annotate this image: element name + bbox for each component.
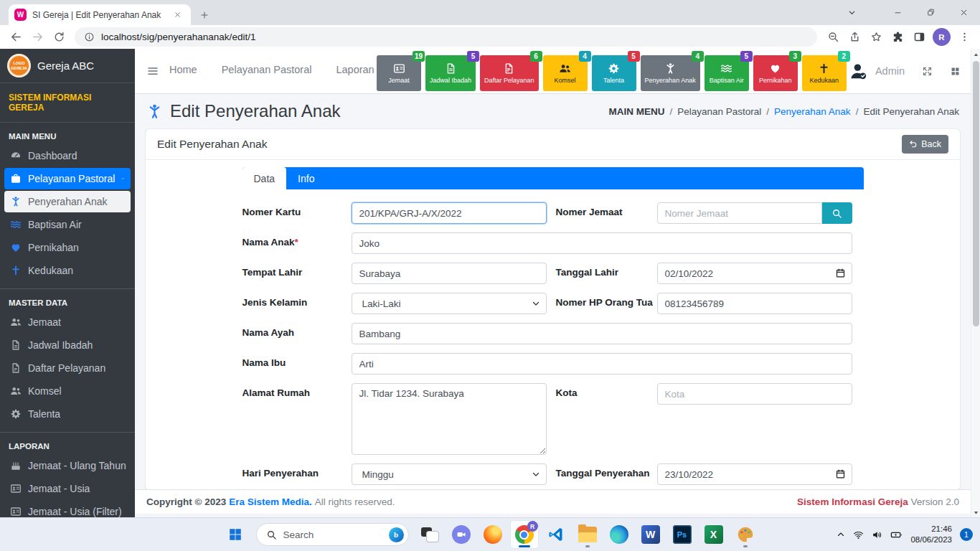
- fullscreen-icon[interactable]: [922, 66, 933, 77]
- scroll-up-icon[interactable]: [971, 50, 980, 60]
- app-shortcut-kedukaan[interactable]: Kedukaan 2: [802, 55, 847, 91]
- tab-close-icon[interactable]: [169, 7, 185, 23]
- excel-button[interactable]: X: [699, 520, 728, 549]
- kota-input[interactable]: [657, 383, 852, 405]
- firefox-button[interactable]: [479, 520, 507, 549]
- window-restore-button[interactable]: [914, 0, 947, 25]
- browser-menu-icon[interactable]: [954, 27, 974, 47]
- tempat-lahir-input[interactable]: [352, 263, 547, 284]
- teams-chat-button[interactable]: [447, 520, 476, 549]
- forward-icon[interactable]: [27, 27, 47, 47]
- extensions-icon[interactable]: [887, 27, 908, 47]
- sidebar-item-jemaat-usia[interactable]: Jemaat - Usia: [4, 478, 131, 499]
- tanggal-lahir-input[interactable]: [657, 263, 852, 284]
- app-shortcut-penyerahan-anak[interactable]: Penyerahan Anak 4: [641, 55, 700, 91]
- wifi-icon[interactable]: [853, 529, 864, 540]
- new-tab-button[interactable]: [197, 7, 212, 23]
- sidebar-item-penyerahan-anak[interactable]: Penyerahan Anak: [4, 191, 131, 212]
- company-link[interactable]: Era Sistem Media.: [229, 496, 312, 507]
- nav-link-home[interactable]: Home: [169, 64, 197, 75]
- sidebar-item-jemaat-ulang-tahun[interactable]: Jemaat - Ulang Tahun: [4, 455, 131, 476]
- nomer-hp-input[interactable]: [657, 293, 852, 314]
- refresh-icon[interactable]: [49, 27, 69, 47]
- search-jemaat-button[interactable]: [822, 202, 852, 224]
- notification-badge[interactable]: 1: [960, 528, 973, 541]
- url-bar[interactable]: localhost/sig/penyerahananak/edit/1: [75, 27, 817, 47]
- undo-icon: [909, 140, 918, 149]
- app-shortcut-jemaat[interactable]: Jemaat 19: [377, 55, 421, 91]
- hamburger-icon[interactable]: [146, 65, 159, 77]
- app-shortcut-jadwal-ibadah[interactable]: Jadwal Ibadah 5: [425, 55, 476, 91]
- sidebar-item-kedukaan[interactable]: Kedukaan: [4, 260, 131, 281]
- hari-penyerahan-select[interactable]: Minggu: [352, 463, 547, 485]
- nama-anak-input[interactable]: [352, 232, 852, 254]
- page-scrollbar[interactable]: [971, 49, 980, 518]
- scrollbar-thumb[interactable]: [973, 61, 979, 326]
- nama-ayah-input[interactable]: [352, 323, 852, 344]
- chevron-down-icon: [121, 174, 125, 183]
- browser-profile-avatar[interactable]: R: [933, 28, 951, 46]
- vscode-button[interactable]: [542, 520, 570, 549]
- jenis-kelamin-select[interactable]: Laki-Laki: [352, 293, 547, 314]
- chrome-button[interactable]: R: [510, 520, 539, 549]
- app-shortcut-komsel[interactable]: Komsel 4: [543, 55, 588, 91]
- volume-icon[interactable]: [872, 529, 882, 540]
- sidebar-item-pernikahan[interactable]: Pernikahan: [4, 237, 131, 258]
- user-avatar-icon[interactable]: [849, 62, 868, 81]
- sidebar-item-jemaat[interactable]: Jemaat: [4, 311, 131, 333]
- task-view-button[interactable]: [415, 520, 444, 549]
- sidebar-item-jadwal-ibadah[interactable]: Jadwal Ibadah: [4, 334, 131, 356]
- alamat-rumah-textarea[interactable]: Jl. Tidar 1234. Surabaya: [352, 383, 547, 455]
- site-info-icon[interactable]: [84, 32, 95, 42]
- bookmark-star-icon[interactable]: [866, 27, 886, 47]
- sidebar-brand[interactable]: LOGO GEREJA Gereja ABC: [0, 49, 135, 83]
- breadcrumb-item-penyerahan-anak[interactable]: Penyerahan Anak: [774, 106, 851, 117]
- child-icon: [664, 62, 677, 75]
- app-shortcut-talenta[interactable]: Talenta 5: [592, 55, 636, 91]
- sidebar-item-dashboard[interactable]: Dashboard: [4, 145, 131, 166]
- sidebar-item-pelayanan-pastoral[interactable]: Pelayanan Pastoral: [4, 168, 131, 189]
- edge-button[interactable]: [605, 520, 633, 549]
- scroll-down-icon[interactable]: [971, 507, 980, 517]
- grid-menu-icon[interactable]: [950, 66, 961, 77]
- sidebar-item-daftar-pelayanan[interactable]: Daftar Pelayanan: [4, 357, 131, 379]
- share-icon[interactable]: [844, 27, 864, 47]
- app-shortcut-badge: 19: [413, 51, 425, 62]
- photoshop-button[interactable]: Ps: [668, 520, 697, 549]
- window-close-button[interactable]: [947, 0, 980, 25]
- tray-chevron-up-icon[interactable]: [837, 530, 845, 539]
- browser-tab[interactable]: W SI Gereja | Edit Penyerahan Anak: [9, 4, 191, 25]
- file-explorer-button[interactable]: [573, 520, 602, 549]
- word-button[interactable]: W: [636, 520, 665, 549]
- sidebar-item-talenta[interactable]: Talenta: [4, 403, 131, 425]
- form-row: Alamat Rumah Jl. Tidar 1234. Surabaya Ko…: [242, 383, 864, 455]
- battery-icon[interactable]: [890, 529, 903, 541]
- tab-data[interactable]: Data: [242, 167, 287, 189]
- nomer-jemaat-input[interactable]: [657, 202, 822, 224]
- app-shortcut-pernikahan[interactable]: Pernikahan 3: [753, 55, 798, 91]
- nav-link-pelayanan-pastoral[interactable]: Pelayanan Pastoral: [222, 64, 312, 75]
- sidebar-item-label: Jemaat: [28, 316, 61, 328]
- nav-link-laporan[interactable]: Laporan: [336, 64, 374, 75]
- app-shortcut-baptisan-air[interactable]: Baptisan Air 5: [705, 55, 749, 91]
- tanggal-penyerahan-input[interactable]: [657, 463, 852, 485]
- nama-ibu-input[interactable]: [352, 353, 852, 375]
- windows-start-button[interactable]: [221, 520, 250, 549]
- side-panel-icon[interactable]: [909, 27, 929, 47]
- tab-search-chevron-icon[interactable]: [835, 0, 868, 25]
- app-shortcut-daftar-pelayanan[interactable]: Daftar Pelayanan 6: [480, 55, 539, 91]
- sidebar-item-label: Jemaat - Usia: [28, 483, 90, 494]
- taskbar-clock[interactable]: 21:46 08/06/2023: [910, 524, 952, 545]
- nomer-kartu-input[interactable]: [352, 202, 547, 224]
- back-button[interactable]: Back: [902, 135, 948, 154]
- tab-info[interactable]: Info: [286, 167, 326, 189]
- user-name[interactable]: Admin: [875, 65, 905, 77]
- back-icon[interactable]: [6, 27, 26, 47]
- window-minimize-button[interactable]: [881, 0, 914, 25]
- zoom-indicator-icon[interactable]: [823, 27, 843, 47]
- sidebar-item-baptisan-air[interactable]: Baptisan Air: [4, 214, 131, 235]
- sidebar-item-jemaat-usia-filter[interactable]: Jemaat - Usia (Filter): [4, 501, 131, 518]
- taskbar-search[interactable]: Search b: [256, 523, 409, 546]
- sidebar-item-komsel[interactable]: Komsel: [4, 380, 131, 402]
- paint-button[interactable]: [731, 520, 760, 549]
